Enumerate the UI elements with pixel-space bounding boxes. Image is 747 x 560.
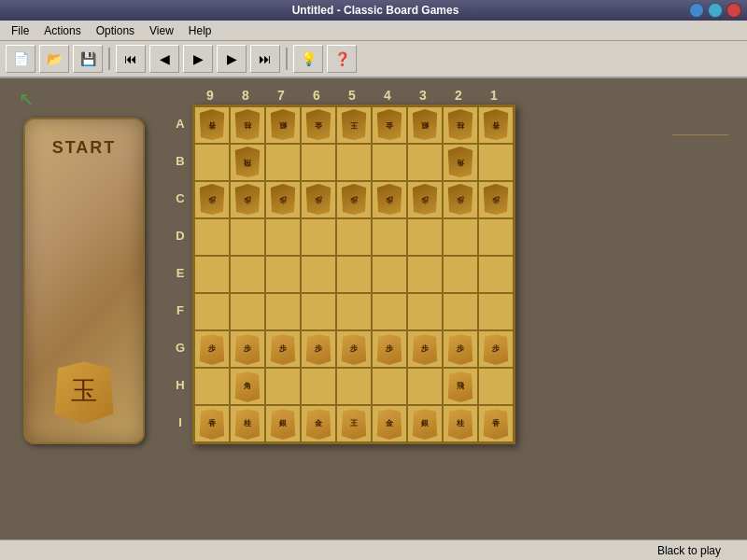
shogi-piece[interactable]: 歩 bbox=[233, 184, 261, 216]
board-cell[interactable]: 歩 bbox=[194, 181, 230, 218]
board-cell[interactable] bbox=[230, 218, 265, 256]
board-cell[interactable]: 香 bbox=[478, 405, 514, 442]
board-cell[interactable] bbox=[194, 144, 230, 181]
board-cell[interactable] bbox=[443, 218, 478, 256]
board-cell[interactable]: 角 bbox=[230, 368, 265, 405]
toolbar-btn-first[interactable]: ⏮ bbox=[116, 45, 146, 73]
board-cell[interactable] bbox=[301, 368, 336, 405]
board-cell[interactable] bbox=[336, 293, 372, 330]
board-cell[interactable] bbox=[478, 218, 514, 256]
board-cell[interactable] bbox=[265, 144, 301, 181]
board-cell[interactable]: 銀 bbox=[265, 405, 301, 442]
shogi-piece[interactable]: 歩 bbox=[340, 333, 368, 365]
board-cell[interactable]: 角 bbox=[443, 144, 478, 181]
toolbar-btn-open[interactable]: 📂 bbox=[39, 45, 69, 73]
board-cell[interactable]: 歩 bbox=[372, 330, 407, 368]
board-cell[interactable] bbox=[336, 256, 372, 293]
toolbar-btn-play[interactable]: ▶ bbox=[183, 45, 213, 73]
board-cell[interactable] bbox=[443, 256, 478, 293]
board-cell[interactable]: 香 bbox=[194, 405, 230, 442]
board-cell[interactable] bbox=[372, 144, 407, 181]
board-cell[interactable] bbox=[194, 218, 230, 256]
board-cell[interactable] bbox=[372, 293, 407, 330]
board-cell[interactable] bbox=[194, 368, 230, 405]
toolbar-btn-new[interactable]: 📄 bbox=[6, 45, 35, 73]
board-cell[interactable]: 桂 bbox=[443, 405, 478, 442]
board-cell[interactable] bbox=[478, 256, 514, 293]
board-cell[interactable]: 歩 bbox=[407, 330, 443, 368]
board-cell[interactable]: 歩 bbox=[407, 181, 443, 218]
toolbar-btn-prev[interactable]: ◀ bbox=[149, 45, 179, 73]
shogi-board[interactable]: 香桂銀金王金銀桂香飛角歩歩歩歩歩歩歩歩歩歩歩歩歩歩歩歩歩歩角飛香桂銀金王金銀桂香 bbox=[192, 105, 515, 444]
board-cell[interactable] bbox=[194, 293, 230, 330]
board-cell[interactable]: 金 bbox=[301, 106, 336, 144]
shogi-piece[interactable]: 歩 bbox=[446, 333, 474, 365]
board-cell[interactable]: 金 bbox=[372, 405, 407, 442]
board-cell[interactable]: 香 bbox=[194, 106, 230, 144]
board-cell[interactable] bbox=[478, 144, 514, 181]
shogi-piece[interactable]: 香 bbox=[482, 109, 510, 141]
board-cell[interactable] bbox=[230, 293, 265, 330]
board-cell[interactable] bbox=[336, 144, 372, 181]
board-cell[interactable] bbox=[230, 256, 265, 293]
menu-item-file[interactable]: File bbox=[4, 22, 36, 39]
board-cell[interactable] bbox=[407, 144, 443, 181]
toolbar-btn-next[interactable]: ▶ bbox=[217, 45, 247, 73]
shogi-piece[interactable]: 金 bbox=[375, 408, 403, 440]
board-cell[interactable] bbox=[336, 368, 372, 405]
board-cell[interactable]: 歩 bbox=[194, 330, 230, 368]
board-cell[interactable]: 歩 bbox=[265, 330, 301, 368]
menu-item-options[interactable]: Options bbox=[89, 22, 142, 39]
board-cell[interactable]: 歩 bbox=[336, 330, 372, 368]
board-cell[interactable]: 金 bbox=[372, 106, 407, 144]
board-cell[interactable]: 桂 bbox=[230, 106, 265, 144]
shogi-piece[interactable]: 香 bbox=[198, 109, 226, 141]
board-cell[interactable] bbox=[407, 368, 443, 405]
board-cell[interactable]: 飛 bbox=[443, 368, 478, 405]
menu-item-help[interactable]: Help bbox=[181, 22, 219, 39]
shogi-piece[interactable]: 角 bbox=[233, 371, 261, 402]
board-cell[interactable]: 歩 bbox=[265, 181, 301, 218]
board-cell[interactable]: 王 bbox=[336, 405, 372, 442]
shogi-piece[interactable]: 歩 bbox=[375, 333, 403, 365]
board-cell[interactable] bbox=[301, 256, 336, 293]
shogi-piece[interactable]: 金 bbox=[304, 408, 332, 440]
shogi-piece[interactable]: 飛 bbox=[446, 371, 474, 402]
minimize-button[interactable] bbox=[689, 3, 704, 18]
menu-item-view[interactable]: View bbox=[142, 22, 181, 39]
board-cell[interactable]: 香 bbox=[478, 106, 514, 144]
shogi-piece[interactable]: 香 bbox=[482, 408, 510, 440]
shogi-piece[interactable]: 歩 bbox=[482, 333, 510, 365]
shogi-piece[interactable]: 銀 bbox=[411, 109, 439, 141]
restore-button[interactable] bbox=[708, 3, 723, 18]
board-cell[interactable] bbox=[478, 368, 514, 405]
board-cell[interactable] bbox=[407, 293, 443, 330]
shogi-piece[interactable]: 歩 bbox=[446, 184, 474, 216]
board-cell[interactable] bbox=[265, 293, 301, 330]
board-cell[interactable]: 歩 bbox=[336, 181, 372, 218]
menu-item-actions[interactable]: Actions bbox=[36, 22, 88, 39]
board-cell[interactable] bbox=[301, 218, 336, 256]
board-cell[interactable] bbox=[478, 293, 514, 330]
board-cell[interactable] bbox=[407, 256, 443, 293]
shogi-piece[interactable]: 銀 bbox=[269, 408, 297, 440]
shogi-piece[interactable]: 桂 bbox=[233, 408, 261, 440]
shogi-piece[interactable]: 銀 bbox=[411, 408, 439, 440]
shogi-piece[interactable]: 歩 bbox=[411, 184, 439, 216]
board-cell[interactable]: 歩 bbox=[301, 330, 336, 368]
shogi-piece[interactable]: 銀 bbox=[269, 109, 297, 141]
shogi-piece[interactable]: 歩 bbox=[269, 184, 297, 216]
board-cell[interactable]: 銀 bbox=[407, 405, 443, 442]
shogi-piece[interactable]: 飛 bbox=[233, 147, 261, 178]
shogi-piece[interactable]: 香 bbox=[198, 408, 226, 440]
board-cell[interactable]: 歩 bbox=[301, 181, 336, 218]
toolbar-btn-help[interactable]: ❓ bbox=[327, 45, 357, 73]
shogi-piece[interactable]: 歩 bbox=[482, 184, 510, 216]
shogi-piece[interactable]: 王 bbox=[340, 109, 368, 141]
shogi-piece[interactable]: 歩 bbox=[198, 333, 226, 365]
board-cell[interactable]: 王 bbox=[336, 106, 372, 144]
board-cell[interactable]: 歩 bbox=[478, 181, 514, 218]
board-cell[interactable] bbox=[194, 256, 230, 293]
board-cell[interactable]: 歩 bbox=[230, 330, 265, 368]
board-cell[interactable]: 歩 bbox=[372, 181, 407, 218]
